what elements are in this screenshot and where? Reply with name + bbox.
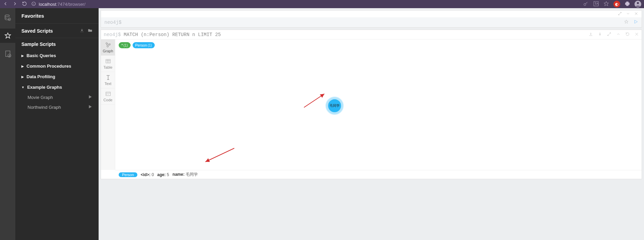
svg-line-13 bbox=[304, 94, 324, 107]
documents-icon[interactable] bbox=[4, 50, 12, 58]
viz-tab-graph[interactable]: Graph bbox=[101, 39, 115, 56]
content-area: neo4j$ neo4j$ MATCH (n:Person) RETURN n … bbox=[99, 8, 644, 240]
svg-point-1 bbox=[584, 3, 586, 5]
chevron-right-icon: ▶ bbox=[21, 75, 24, 79]
star-icon[interactable] bbox=[603, 1, 609, 8]
result-query: neo4j$ MATCH (n:Person) RETURN n LIMIT 2… bbox=[104, 32, 589, 37]
run-icon[interactable] bbox=[633, 19, 638, 25]
result-footer: Person <id>: 0 age: 5 name: 毛同学 bbox=[115, 170, 642, 179]
chip-person[interactable]: Person(1) bbox=[133, 42, 155, 48]
chip-all[interactable]: *(1) bbox=[119, 42, 131, 48]
info-icon[interactable] bbox=[31, 1, 36, 7]
viz-tab-code[interactable]: Code bbox=[101, 88, 115, 105]
viz-tab-table[interactable]: Table bbox=[101, 56, 115, 72]
forward-icon[interactable] bbox=[12, 1, 18, 7]
refresh-icon[interactable] bbox=[625, 32, 630, 37]
icon-rail bbox=[0, 8, 15, 240]
editor-frame: neo4j$ bbox=[101, 10, 642, 28]
profile-icon[interactable] bbox=[634, 1, 641, 7]
svg-point-3 bbox=[637, 2, 639, 4]
query-editor[interactable]: neo4j$ bbox=[101, 17, 642, 27]
footer-id: <id>: 0 bbox=[141, 172, 154, 177]
favorites-tab-icon[interactable] bbox=[0, 29, 15, 43]
star-icon[interactable] bbox=[624, 19, 629, 25]
result-frame: neo4j$ MATCH (n:Person) RETURN n LIMIT 2… bbox=[101, 30, 642, 179]
svg-rect-12 bbox=[106, 92, 111, 96]
chevron-up-icon[interactable] bbox=[616, 32, 621, 37]
svg-line-14 bbox=[205, 148, 234, 162]
back-icon[interactable] bbox=[3, 1, 8, 7]
viz-mode-rail: Graph Table Text Code bbox=[101, 39, 115, 170]
folder-icon[interactable] bbox=[88, 28, 92, 34]
editor-prompt: neo4j$ bbox=[104, 20, 121, 25]
play-icon[interactable] bbox=[88, 104, 99, 110]
chevron-down-icon: ▼ bbox=[21, 86, 24, 89]
sidebar-title: Favorites bbox=[15, 13, 99, 23]
chevron-right-icon: ▶ bbox=[21, 54, 24, 57]
chevron-down-icon[interactable] bbox=[626, 12, 630, 17]
annotation-arrow-icon bbox=[304, 92, 328, 108]
play-icon[interactable] bbox=[88, 95, 99, 100]
graph-canvas[interactable]: *(1) Person(1) 毛同学 bbox=[115, 39, 642, 170]
extension-icon[interactable]: ◐ bbox=[613, 1, 620, 7]
download-icon[interactable] bbox=[589, 32, 593, 37]
graph-node-person[interactable]: 毛同学 bbox=[326, 97, 343, 114]
close-icon[interactable] bbox=[634, 32, 639, 37]
script-northwind-graph[interactable]: Northwind Graph bbox=[15, 102, 99, 112]
sidebar: Favorites Saved Scripts Sample Scripts ▶… bbox=[15, 8, 99, 240]
footer-age: age: 5 bbox=[157, 172, 169, 177]
saved-scripts-header: Saved Scripts bbox=[15, 23, 99, 38]
viz-tab-text[interactable]: Text bbox=[101, 72, 115, 88]
group-basic-queries[interactable]: ▶Basic Queries bbox=[15, 50, 99, 61]
url-text[interactable]: localhost:7474/browser/ bbox=[39, 2, 85, 7]
close-icon[interactable] bbox=[634, 12, 638, 17]
group-common-procedures[interactable]: ▶Common Procedures bbox=[15, 61, 99, 71]
sample-scripts-header: Sample Scripts bbox=[15, 38, 99, 50]
group-example-graphs[interactable]: ▼Example Graphs bbox=[15, 82, 99, 92]
svg-rect-2 bbox=[594, 1, 598, 6]
database-icon[interactable] bbox=[4, 14, 12, 22]
browser-toolbar: localhost:7474/browser/ ◐ bbox=[0, 0, 644, 8]
key-icon[interactable] bbox=[583, 1, 589, 8]
reload-icon[interactable] bbox=[22, 1, 27, 7]
svg-point-4 bbox=[5, 15, 9, 17]
footer-name: name: 毛同学 bbox=[172, 172, 198, 177]
annotation-arrow-icon bbox=[204, 148, 234, 165]
expand-icon[interactable] bbox=[618, 12, 622, 17]
pin-icon[interactable] bbox=[598, 32, 602, 37]
footer-label-pill[interactable]: Person bbox=[119, 172, 137, 177]
chevron-right-icon: ▶ bbox=[21, 65, 24, 68]
download-icon[interactable] bbox=[80, 28, 84, 34]
script-movie-graph[interactable]: Movie Graph bbox=[15, 92, 99, 102]
puzzle-icon[interactable] bbox=[624, 1, 630, 8]
expand-icon[interactable] bbox=[607, 32, 611, 37]
svg-rect-11 bbox=[106, 59, 111, 63]
translate-icon[interactable] bbox=[593, 1, 599, 8]
group-data-profiling[interactable]: ▶Data Profiling bbox=[15, 71, 99, 82]
